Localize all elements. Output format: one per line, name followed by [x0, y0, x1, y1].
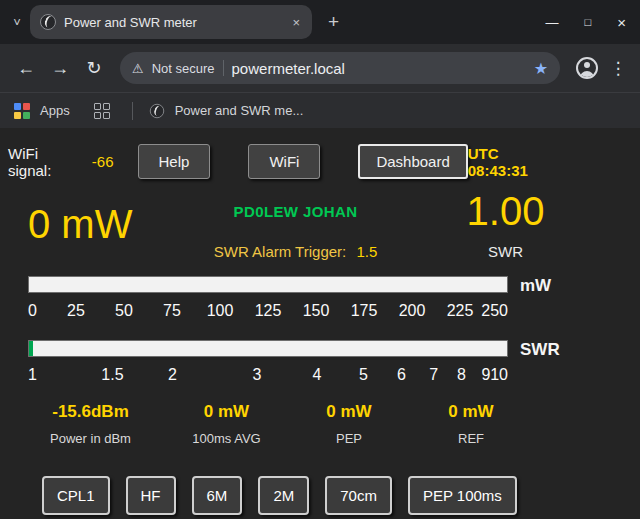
readout-value: 0 mW	[408, 402, 534, 422]
6m-button[interactable]: 6M	[192, 476, 243, 515]
cpl1-button[interactable]: CPL1	[42, 476, 110, 515]
readouts-row: -15.6dBm Power in dBm 0 mW 100ms AVG 0 m…	[18, 402, 640, 446]
tab-title: Power and SWR meter	[64, 15, 282, 30]
70cm-button[interactable]: 70cm	[325, 476, 392, 515]
meter-tick: 9	[481, 366, 490, 384]
back-icon[interactable]: ←	[12, 58, 40, 79]
swr-alarm-line: SWR Alarm Trigger: 1.5	[178, 243, 413, 260]
meter-tick: 0	[28, 302, 37, 320]
not-secure-warning-icon[interactable]: ⚠	[132, 61, 144, 76]
url-text[interactable]: powermeter.local	[232, 60, 526, 77]
meter-tick: 4	[313, 366, 322, 384]
help-button[interactable]: Help	[138, 144, 211, 179]
swr-alarm-value: 1.5	[356, 243, 377, 260]
meter-tick: 3	[253, 366, 262, 384]
bookmark-power-meter[interactable]: Power and SWR me...	[175, 103, 304, 118]
readout-label: 100ms AVG	[163, 431, 290, 446]
mw-meter-track	[28, 276, 508, 293]
profile-avatar-icon[interactable]	[576, 57, 598, 79]
meter-tick: 25	[67, 302, 85, 320]
power-value-big: 0 mW	[28, 202, 178, 247]
mw-meter-unit: mW	[508, 276, 566, 296]
swr-value-big: 1.00	[413, 189, 598, 234]
browser-menu-icon[interactable]: ⋮	[608, 58, 628, 79]
browser-tab[interactable]: Power and SWR meter ×	[30, 5, 312, 39]
reload-icon[interactable]: ↻	[80, 57, 108, 79]
meter-tick: 2	[168, 366, 177, 384]
pep-100ms-button[interactable]: PEP 100ms	[408, 476, 517, 515]
tab-close-icon[interactable]: ×	[290, 15, 302, 30]
forward-icon[interactable]: →	[46, 58, 74, 79]
bookmarks-separator	[132, 102, 133, 120]
callsign: PD0LEW JOHAN	[178, 203, 413, 220]
readout-label: REF	[408, 431, 534, 446]
bookmarks-bar: Apps Power and SWR me...	[0, 92, 640, 128]
mw-meter-scale: 0 25 50 75 100 125 150 175 200 225 250	[28, 300, 508, 324]
status-row: WiFi signal: -66 Help WiFi Dashboard UTC…	[8, 144, 640, 179]
tab-strip: ˅ Power and SWR meter × + — □ ×	[0, 0, 640, 44]
address-bar[interactable]: ⚠ Not secure powermeter.local ★	[120, 52, 560, 84]
browser-toolbar: ← → ↻ ⚠ Not secure powermeter.local ★ ⋮	[0, 44, 640, 92]
meter-tick: 75	[163, 302, 181, 320]
swr-alarm-label: SWR Alarm Trigger:	[214, 243, 347, 260]
mode-buttons-row: CPL1 HF 6M 2M 70cm PEP 100ms	[42, 476, 640, 515]
apps-grid-icon[interactable]	[14, 103, 30, 119]
window-controls: — □ ×	[546, 0, 626, 44]
security-chip[interactable]: Not secure	[152, 61, 215, 76]
readout-value: 0 mW	[290, 402, 408, 422]
wifi-button[interactable]: WiFi	[248, 144, 320, 179]
meter-tick: 1.5	[101, 366, 123, 384]
swr-caption: SWR	[413, 243, 598, 260]
power-meter-page: WiFi signal: -66 Help WiFi Dashboard UTC…	[0, 128, 640, 519]
meter-tick: 50	[115, 302, 133, 320]
swr-meter-scale: 1 1.5 2 3 4 5 6 7 8 9 10	[28, 364, 508, 388]
mw-meter: mW 0 25 50 75 100 125 150 175 200 225 25…	[28, 276, 566, 324]
readout-avg: 0 mW 100ms AVG	[163, 402, 290, 446]
meter-tick: 200	[399, 302, 426, 320]
readout-ref: 0 mW REF	[408, 402, 534, 446]
readout-dbm: -15.6dBm Power in dBm	[18, 402, 163, 446]
meter-tick: 125	[255, 302, 282, 320]
meter-tick: 100	[207, 302, 234, 320]
apps-label[interactable]: Apps	[40, 103, 70, 118]
swr-meter: SWR 1 1.5 2 3 4 5 6 7 8 9 10	[28, 340, 566, 388]
hf-button[interactable]: HF	[126, 476, 176, 515]
maximize-button[interactable]: □	[585, 16, 592, 28]
bookmark-favicon-icon	[149, 103, 163, 117]
meter-tick: 225	[447, 302, 474, 320]
swr-meter-track	[28, 340, 508, 357]
wifi-signal-value: -66	[92, 153, 114, 170]
browser-window: ˅ Power and SWR meter × + — □ × ← → ↻ ⚠ …	[0, 0, 640, 519]
readout-label: Power in dBm	[18, 431, 163, 446]
2m-button[interactable]: 2M	[258, 476, 309, 515]
meter-tick: 175	[351, 302, 378, 320]
dashboard-button[interactable]: Dashboard	[358, 144, 467, 179]
readout-value: -15.6dBm	[18, 402, 163, 422]
swr-meter-fill	[29, 341, 33, 356]
meter-tick: 250	[481, 302, 508, 320]
new-tab-button[interactable]: +	[328, 11, 339, 33]
meter-tick: 6	[397, 366, 406, 384]
wifi-signal-label: WiFi signal:	[8, 145, 85, 179]
meter-tick: 150	[303, 302, 330, 320]
minimize-button[interactable]: —	[546, 15, 559, 30]
readout-pep: 0 mW PEP	[290, 402, 408, 446]
grid-icon[interactable]	[94, 103, 110, 119]
readout-label: PEP	[290, 431, 408, 446]
window-close-button[interactable]: ×	[617, 14, 626, 31]
bookmark-star-icon[interactable]: ★	[534, 59, 548, 78]
swr-meter-unit: SWR	[508, 340, 566, 360]
utc-clock: UTC 08:43:31	[468, 145, 562, 179]
readout-value: 0 mW	[163, 402, 290, 422]
meter-tick: 7	[429, 366, 438, 384]
meter-tick: 10	[490, 366, 508, 384]
meter-tick: 5	[359, 366, 368, 384]
main-readings: 0 mW PD0LEW JOHAN 1.00 SWR Alarm Trigger…	[28, 189, 640, 260]
meter-tick: 1	[28, 366, 37, 384]
meter-tick: 8	[457, 366, 466, 384]
site-favicon-icon	[40, 14, 56, 30]
tab-search-chevron-icon[interactable]: ˅	[8, 15, 26, 30]
chip-separator	[223, 60, 224, 76]
